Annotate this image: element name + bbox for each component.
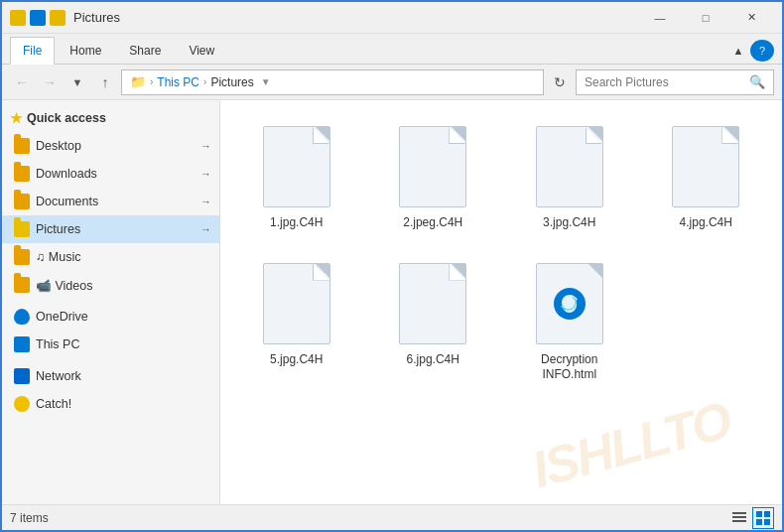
list-view-button[interactable]: [728, 507, 750, 529]
file-icon-wrapper-6: [393, 259, 472, 348]
file-item-5jpg[interactable]: 5.jpg.C4H: [232, 249, 361, 393]
file-icon-wrapper-1: [257, 122, 336, 211]
item-count: 7 items: [10, 511, 728, 525]
file-icon-wrapper-7: [530, 259, 609, 348]
back-button[interactable]: ←: [10, 70, 34, 94]
window-title: Pictures: [73, 10, 637, 25]
file-label-2: 2.jpeg.C4H: [403, 215, 462, 231]
close-button[interactable]: ✕: [728, 2, 774, 34]
sidebar-item-pictures[interactable]: Pictures →: [2, 215, 219, 243]
breadcrumb-current: Pictures: [210, 75, 253, 89]
edge-logo-svg: [552, 286, 588, 322]
breadcrumb-sep-2: ›: [203, 76, 206, 87]
address-bar: ← → ▼ ↑ 📁 › This PC › Pictures ▼ ↻ 🔍: [2, 65, 782, 100]
music-folder-icon: [14, 249, 30, 265]
sidebar-pictures-label: Pictures: [36, 222, 80, 236]
breadcrumb: 📁 › This PC › Pictures ▼: [121, 69, 544, 95]
breadcrumb-thispc[interactable]: This PC: [157, 75, 199, 89]
svg-rect-5: [764, 511, 770, 517]
search-box: 🔍: [576, 69, 774, 95]
search-input[interactable]: [585, 75, 745, 89]
view-toggle: [728, 507, 774, 529]
file-item-2jpeg[interactable]: 2.jpeg.C4H: [369, 112, 498, 241]
pictures-folder-icon: [14, 221, 30, 237]
star-icon: ★: [10, 110, 23, 126]
sidebar-item-onedrive[interactable]: OneDrive: [2, 303, 219, 331]
refresh-button[interactable]: ↻: [548, 70, 572, 94]
up-button[interactable]: ↑: [93, 70, 117, 94]
file-label-5: 5.jpg.C4H: [270, 352, 323, 368]
title-bar-icons: [10, 10, 65, 26]
file-doc-icon-5: [263, 263, 330, 344]
file-item-1jpg[interactable]: 1.jpg.C4H: [232, 112, 361, 241]
sidebar-item-downloads[interactable]: Downloads →: [2, 160, 219, 188]
svg-rect-2: [732, 516, 746, 518]
ribbon: File Home Share View ▲ ?: [2, 34, 782, 65]
downloads-folder-icon: [14, 166, 30, 182]
file-content: 1.jpg.C4H 2.jpeg.C4H 3.jpg.C4H: [220, 100, 782, 504]
thispc-icon: [14, 336, 30, 352]
sidebar-item-videos[interactable]: 📹 Videos: [2, 271, 219, 299]
sidebar-header-quickaccess[interactable]: ★ Quick access: [2, 104, 219, 132]
title-bar: Pictures — □ ✕: [2, 2, 782, 34]
tab-share[interactable]: Share: [116, 37, 174, 64]
svg-rect-1: [732, 512, 746, 514]
svg-rect-4: [756, 511, 762, 517]
file-doc-icon-edge: [536, 263, 603, 344]
sidebar-thispc-label: This PC: [36, 337, 79, 351]
window: Pictures — □ ✕ File Home Share View ▲ ? …: [0, 0, 784, 532]
help-button[interactable]: ?: [750, 40, 774, 62]
file-icon-wrapper-2: [393, 122, 472, 211]
title-icon-2: [30, 10, 46, 26]
search-icon[interactable]: 🔍: [749, 74, 765, 89]
sidebar-onedrive-label: OneDrive: [36, 310, 88, 324]
sidebar-item-documents[interactable]: Documents →: [2, 188, 219, 215]
file-item-decryption[interactable]: DecryptionINFO.html: [505, 249, 634, 393]
svg-rect-7: [764, 519, 770, 525]
pin-icon-downloads: →: [200, 168, 211, 180]
sidebar-documents-label: Documents: [36, 195, 98, 208]
breadcrumb-sep-1: ›: [150, 76, 153, 87]
quick-access-label: Quick access: [27, 111, 106, 125]
breadcrumb-end-dropdown[interactable]: ▼: [258, 69, 274, 95]
title-icon-3: [50, 10, 65, 26]
file-icon-wrapper-3: [530, 122, 609, 211]
file-doc-icon-4: [672, 126, 739, 207]
file-label-1: 1.jpg.C4H: [270, 215, 323, 231]
file-doc-icon-2: [399, 126, 466, 207]
onedrive-icon: [14, 309, 30, 325]
breadcrumb-dropdown-button[interactable]: ▼: [65, 70, 89, 94]
sidebar-item-network[interactable]: Network: [2, 362, 219, 390]
ribbon-tabs: File Home Share View ▲ ?: [2, 34, 782, 64]
file-item-6jpg[interactable]: 6.jpg.C4H: [369, 249, 498, 393]
breadcrumb-home-icon: 📁: [130, 74, 146, 89]
tab-view[interactable]: View: [176, 37, 227, 64]
ribbon-collapse-button[interactable]: ▲: [726, 40, 750, 62]
file-doc-icon-1: [263, 126, 330, 207]
minimize-button[interactable]: —: [637, 2, 683, 34]
file-label-4: 4.jpg.C4H: [680, 215, 732, 231]
file-label-6: 6.jpg.C4H: [407, 352, 459, 368]
window-controls: — □ ✕: [637, 2, 774, 34]
grid-view-button[interactable]: [752, 507, 774, 529]
forward-button[interactable]: →: [38, 70, 62, 94]
sidebar-item-thispc[interactable]: This PC: [2, 331, 219, 358]
sidebar-music-label: ♫ Music: [36, 250, 81, 264]
pin-icon: →: [200, 140, 211, 152]
pin-icon-pictures: →: [200, 223, 211, 235]
file-label-3: 3.jpg.C4H: [543, 215, 595, 231]
sidebar-item-desktop[interactable]: Desktop →: [2, 132, 219, 160]
file-label-7: DecryptionINFO.html: [541, 352, 597, 383]
maximize-button[interactable]: □: [683, 2, 728, 34]
file-item-4jpg[interactable]: 4.jpg.C4H: [642, 112, 771, 241]
sidebar-item-music[interactable]: ♫ Music: [2, 243, 219, 271]
sidebar-downloads-label: Downloads: [36, 167, 97, 181]
tab-file[interactable]: File: [10, 37, 55, 65]
tab-home[interactable]: Home: [57, 37, 114, 64]
documents-folder-icon: [14, 194, 30, 209]
sidebar-item-catch[interactable]: Catch!: [2, 390, 219, 418]
svg-rect-6: [756, 519, 762, 525]
file-item-3jpg[interactable]: 3.jpg.C4H: [505, 112, 634, 241]
content-wrapper: ★ Quick access Desktop → Downloads → Doc…: [2, 100, 782, 504]
desktop-folder-icon: [14, 138, 30, 154]
